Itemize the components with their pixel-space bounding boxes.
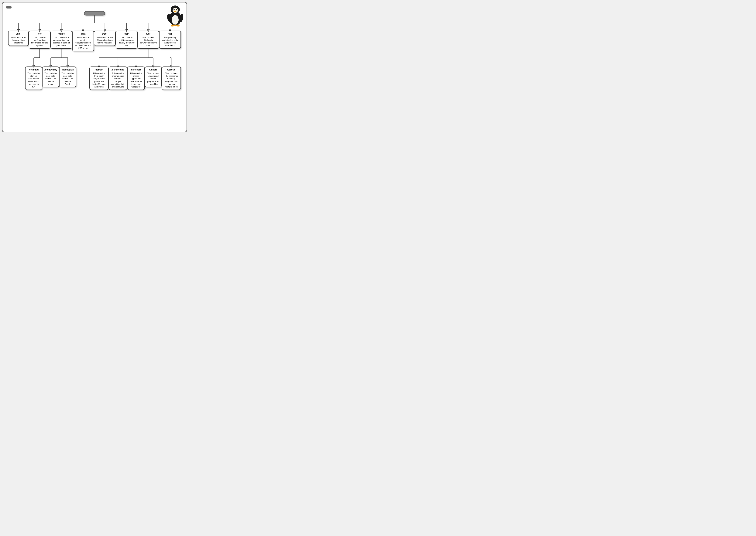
level2-row: /etc/init.dThis contains start-up inform…: [6, 66, 183, 90]
level1-node-1: /etcThis contains configuration informat…: [29, 31, 51, 49]
svg-point-5: [174, 9, 175, 10]
level1-row: /binThis contains all the core Linux pro…: [6, 31, 183, 51]
level1-node-3: /mntThis contains mounted filesystems su…: [72, 31, 94, 51]
level2-node-1: /home/maryThis contains user data and fi…: [42, 66, 59, 87]
level2-node-2: /home/paulThis contains user data and fi…: [59, 66, 76, 87]
level1-node-0: /binThis contains all the core Linux pro…: [8, 31, 29, 46]
level1-node-7: /varThis primarily contains log data and…: [159, 31, 181, 49]
svg-point-6: [174, 9, 174, 9]
level1-node-6: /usrThis contains third-party software a…: [137, 31, 159, 49]
level1-node-4: /rootThis contains the files and setting…: [94, 31, 116, 46]
page-container: /binThis contains all the core Linux pro…: [2, 2, 187, 132]
level2-node-0: /etc/init.dThis contains start-up inform…: [25, 66, 42, 90]
title-badge: [6, 6, 12, 9]
level2-node-5: /usr/shareThis contains shared applicati…: [127, 66, 145, 90]
level1-node-5: /sbinThis contains built-in programs usu…: [116, 31, 137, 49]
level2-node-7: /var/runThis contains PID programs that …: [162, 66, 181, 90]
tree-wrapper: /binThis contains all the core Linux pro…: [6, 11, 183, 94]
level2-node-6: /usr/srcThis contains uncompiled source …: [145, 66, 162, 87]
svg-point-9: [176, 9, 176, 9]
level2-node-4: /usr/includeThis contains programming co…: [109, 66, 127, 90]
node-root: [84, 11, 105, 16]
level2-node-3: /usr/binThis contains third-party progra…: [89, 66, 109, 90]
svg-point-8: [176, 9, 177, 10]
level1-node-2: /homeThis contains the personal files an…: [51, 31, 72, 49]
